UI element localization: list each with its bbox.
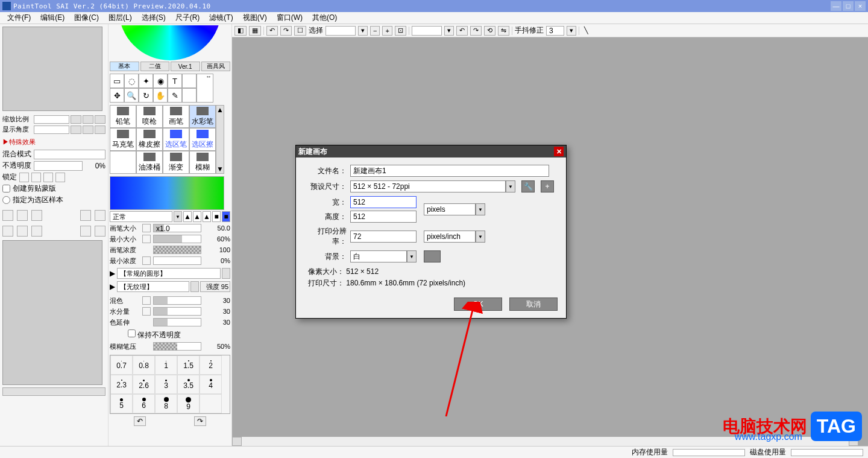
tool-zoom[interactable]: 🔍 [124, 88, 139, 103]
tool-eyedropper[interactable]: ✎ [168, 88, 182, 103]
tb-redo[interactable]: ↷ [280, 26, 292, 36]
water-icon[interactable] [142, 307, 151, 316]
brush-empty[interactable] [110, 151, 136, 174]
lock-all-icon[interactable] [55, 173, 65, 182]
menu-layer[interactable]: 图层(L) [104, 11, 137, 24]
menu-select[interactable]: 选择(S) [137, 11, 171, 24]
menu-view[interactable]: 视图(V) [238, 11, 272, 24]
blur-slider[interactable] [153, 342, 201, 351]
menu-image[interactable]: 图像(C) [69, 11, 104, 24]
mix-icon[interactable] [142, 296, 151, 305]
tool-marquee[interactable]: ▭ [110, 74, 124, 88]
tool-lasso[interactable]: ◌ [124, 74, 139, 88]
brush-scroll[interactable]: ▲▼ [216, 105, 224, 174]
dialog-title-bar[interactable]: 新建画布 ✕ [296, 145, 566, 157]
blend-mode-dd[interactable]: ▼ [174, 211, 182, 222]
size-slider[interactable]: x1.0 [153, 224, 201, 232]
color-wheel[interactable] [113, 25, 227, 60]
clip-checkbox[interactable] [2, 185, 10, 192]
tb-angle-field[interactable] [412, 26, 442, 36]
undo-button[interactable]: ↶ [134, 416, 146, 426]
menu-window[interactable]: 窗口(W) [272, 11, 307, 24]
tb-grid[interactable]: ▦ [249, 26, 261, 36]
zoom-plus[interactable] [83, 115, 93, 124]
shape-dd[interactable] [222, 268, 230, 279]
tb-flip[interactable]: ⇋ [498, 26, 509, 36]
density-slider[interactable] [153, 246, 201, 254]
shape-combo[interactable]: 【常规的圆形】 [117, 268, 221, 279]
redo-button[interactable]: ↷ [194, 416, 206, 426]
mindensity-icon[interactable] [142, 256, 151, 265]
resolution-unit[interactable] [424, 231, 476, 243]
dot-4[interactable]: 2 [200, 355, 222, 375]
dot-7[interactable]: 3 [155, 375, 177, 394]
bg-color-swatch[interactable] [424, 250, 441, 262]
tb-stab-dd[interactable]: ▾ [567, 26, 576, 36]
new-layer-icon[interactable] [2, 210, 13, 221]
blend-mode[interactable]: 正常 [110, 211, 172, 222]
menu-ruler[interactable]: 尺子(R) [171, 11, 205, 24]
menu-edit[interactable]: 编辑(E) [36, 11, 69, 24]
tool-move[interactable]: ✥ [110, 88, 124, 103]
layer-menu-icon[interactable] [95, 226, 105, 237]
dot-3[interactable]: 1.5 [177, 355, 200, 375]
tip-shape-2[interactable]: ▲ [193, 211, 201, 222]
brush-selpen[interactable]: 选区笔 [163, 128, 189, 151]
layer-list[interactable] [2, 240, 102, 385]
tool-rotate[interactable]: ↻ [139, 88, 153, 103]
spread-slider[interactable] [153, 318, 201, 326]
brush-brush[interactable]: 画笔 [163, 105, 189, 128]
minimize-button[interactable]: — [831, 1, 841, 11]
tex-arrow[interactable]: ▶ [110, 282, 116, 291]
bg-dd[interactable]: ▼ [407, 250, 417, 262]
brush-eraser[interactable]: 橡皮擦 [136, 128, 163, 151]
tb-stab-field[interactable]: 3 [546, 26, 564, 36]
height-input[interactable] [350, 211, 417, 223]
tip-shape-1[interactable]: ▲ [183, 211, 192, 222]
dot-13[interactable]: 9 [177, 394, 200, 413]
color-swatch-fg[interactable] [182, 74, 197, 88]
width-input[interactable] [350, 196, 417, 208]
menu-file[interactable]: 文件(F) [2, 11, 36, 24]
navigator-preview[interactable] [2, 27, 102, 111]
mindensity-slider[interactable] [153, 256, 201, 265]
minsize-icon[interactable] [142, 235, 151, 243]
cancel-button[interactable]: 取消 [509, 297, 558, 311]
tip-shape-4[interactable]: ■ [212, 211, 221, 222]
color-swap[interactable] [197, 74, 213, 103]
mask-icon[interactable] [80, 210, 91, 221]
tex-combo[interactable]: 【无纹理】 [117, 281, 189, 292]
unit-select[interactable] [424, 203, 476, 215]
tb-angle-dd[interactable]: ▾ [444, 26, 454, 36]
new-vector-icon[interactable] [17, 210, 28, 221]
lock-pos-icon[interactable] [43, 173, 53, 182]
angle-reset[interactable] [95, 126, 105, 134]
flatten-icon[interactable] [31, 226, 42, 237]
color-swatch-bg[interactable] [182, 88, 197, 103]
zoom-minus[interactable] [71, 115, 81, 124]
preset-dd[interactable]: ▼ [506, 180, 515, 192]
angle-plus[interactable] [83, 126, 93, 134]
tip-shape-3[interactable]: ▲ [203, 211, 211, 222]
dot-2[interactable]: 1 [155, 355, 177, 375]
brush-gradient[interactable]: 渐变 [163, 151, 189, 174]
bg-select[interactable] [350, 250, 407, 262]
tex-dd[interactable] [190, 281, 199, 292]
menu-other[interactable]: 其他(O) [307, 11, 342, 24]
angle-slider[interactable] [34, 126, 69, 134]
new-folder-icon[interactable] [31, 210, 42, 221]
brush-watercolor[interactable]: 水彩笔 [189, 105, 216, 128]
ok-button[interactable]: OK [454, 297, 502, 311]
size-pressure-icon[interactable] [142, 224, 151, 232]
tb-line-icon[interactable]: ╲ [582, 26, 591, 36]
trash-icon[interactable] [80, 226, 91, 237]
tool-shape[interactable]: ◉ [153, 74, 168, 88]
tb-zoom-plus[interactable]: + [382, 26, 392, 36]
dot-12[interactable]: 8 [155, 394, 177, 413]
tb-angle-cw[interactable]: ↷ [470, 26, 482, 36]
close-button[interactable]: × [855, 1, 866, 11]
dot-5[interactable]: 2.3 [110, 375, 133, 394]
brush-pencil[interactable]: 铅笔 [110, 105, 136, 128]
dot-14[interactable] [200, 394, 222, 413]
tb-nav[interactable]: ◧ [234, 26, 247, 36]
